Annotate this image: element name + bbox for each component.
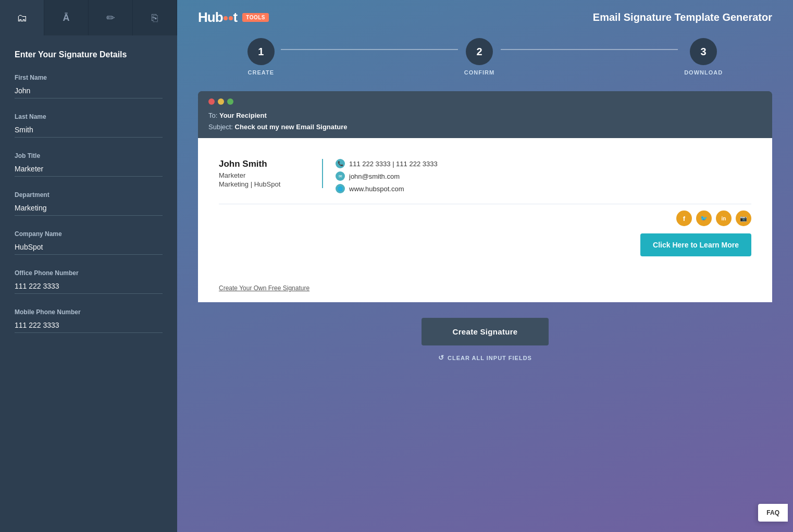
phone-icon: 📞 [336,159,345,168]
sig-email-value: john@smith.com [349,172,400,180]
label-job-title: Job Title [15,152,163,159]
email-header: To: Your Recipient Subject: Check out my… [198,91,772,138]
window-dot-red [208,98,215,105]
form-group-company: Company Name [15,230,163,255]
facebook-icon[interactable]: f [676,211,692,226]
twitter-icon[interactable]: 🐦 [696,211,712,226]
sig-phone-row: 📞 111 222 3333 | 111 222 3333 [336,159,438,168]
input-job-title[interactable] [15,163,163,177]
form-group-mobile-phone: Mobile Phone Number [15,308,163,333]
sidebar-tabs: 🗂 Ā ✏ ⎘ [0,0,177,35]
input-first-name[interactable] [15,84,163,98]
step-circle-1: 1 [247,38,275,65]
copy-icon: ⎘ [152,12,158,24]
label-first-name: First Name [15,74,163,81]
email-subject-line: Subject: Check out my new Email Signatur… [208,121,762,133]
clear-fields-button[interactable]: ↺ CLEAR ALL INPUT FIELDS [438,354,532,362]
step-circle-3: 3 [690,38,717,65]
create-signature-button[interactable]: Create Signature [422,318,549,345]
label-company: Company Name [15,230,163,238]
email-preview: To: Your Recipient Subject: Check out my… [198,91,772,302]
email-body: John Smith Marketer Marketing | HubSpot … [198,138,772,302]
web-icon: 🌐 [336,184,345,193]
input-company[interactable] [15,241,163,255]
tools-badge: TOOLS [242,13,269,22]
input-office-phone[interactable] [15,280,163,294]
form-group-last-name: Last Name [15,113,163,138]
form-group-department: Department [15,191,163,216]
logo-area: Hubt TOOLS [198,9,269,26]
actions-area: Create Signature ↺ CLEAR ALL INPUT FIELD… [177,302,793,377]
instagram-icon[interactable]: 📷 [736,211,751,226]
sidebar-title: Enter Your Signature Details [15,50,163,59]
step-line-1-2 [281,49,458,50]
faq-button[interactable]: FAQ [758,504,788,522]
sidebar-tab-copy[interactable]: ⎘ [133,0,177,35]
sidebar-content: Enter Your Signature Details First Name … [0,35,177,532]
label-mobile-phone: Mobile Phone Number [15,308,163,316]
step-1[interactable]: 1 CREATE [247,38,275,76]
sig-web-row: 🌐 www.hubspot.com [336,184,438,193]
signature-right: 📞 111 222 3333 | 111 222 3333 ✉ john@smi… [323,159,438,193]
sig-full-name: John Smith [219,159,309,169]
main-header: Hubt TOOLS Email Signature Template Gene… [177,0,793,33]
sig-phone-value: 111 222 3333 | 111 222 3333 [349,160,438,168]
step-label-3: DOWNLOAD [684,69,723,76]
email-to-line: To: Your Recipient [208,110,762,121]
sig-job-title: Marketer [219,171,309,179]
step-circle-2: 2 [466,38,493,65]
email-icon: ✉ [336,171,345,181]
input-last-name[interactable] [15,123,163,138]
sidebar: 🗂 Ā ✏ ⎘ Enter Your Signature Details Fir… [0,0,177,532]
pencil-icon: ✏ [106,11,115,24]
steps-bar: 1 CREATE 2 CONFIRM 3 DOWNLOAD [177,33,793,91]
create-own-link[interactable]: Create Your Own Free Signature [219,284,751,292]
sidebar-tab-briefcase[interactable]: 🗂 [0,0,44,35]
signature-card: John Smith Marketer Marketing | HubSpot … [219,159,751,193]
sidebar-tab-edit[interactable]: ✏ [89,0,133,35]
sig-email-row: ✉ john@smith.com [336,171,438,181]
email-subject-value: Check out my new Email Signature [235,123,348,131]
sig-divider [219,204,751,204]
step-2[interactable]: 2 CONFIRM [464,38,494,76]
form-group-job-title: Job Title [15,152,163,177]
sidebar-tab-text[interactable]: Ā [44,0,89,35]
form-group-office-phone: Office Phone Number [15,269,163,294]
sig-website-value: www.hubspot.com [349,185,404,193]
cta-button[interactable]: Click Here to Learn More [640,233,751,256]
briefcase-icon: 🗂 [17,12,27,24]
refresh-icon: ↺ [438,354,444,362]
input-department[interactable] [15,202,163,216]
header-title: Email Signature Template Generator [593,11,772,23]
social-icons: f 🐦 in 📷 [219,211,751,226]
step-label-2: CONFIRM [464,69,494,76]
hubspot-logo: Hubt [198,9,237,26]
step-3[interactable]: 3 DOWNLOAD [684,38,723,76]
text-style-icon: Ā [63,13,70,23]
input-mobile-phone[interactable] [15,319,163,333]
label-office-phone: Office Phone Number [15,269,163,277]
label-department: Department [15,191,163,199]
linkedin-icon[interactable]: in [716,211,732,226]
label-last-name: Last Name [15,113,163,120]
window-dot-yellow [218,98,224,105]
email-to-recipient: Your Recipient [219,112,267,119]
window-dots [208,98,762,105]
step-line-2-3 [501,49,678,50]
signature-left: John Smith Marketer Marketing | HubSpot [219,159,323,188]
form-group-first-name: First Name [15,74,163,98]
sig-dept-company: Marketing | HubSpot [219,180,309,188]
window-dot-green [227,98,233,105]
main-content: Hubt TOOLS Email Signature Template Gene… [177,0,793,532]
clear-fields-label: CLEAR ALL INPUT FIELDS [448,355,532,361]
step-label-1: CREATE [248,69,274,76]
